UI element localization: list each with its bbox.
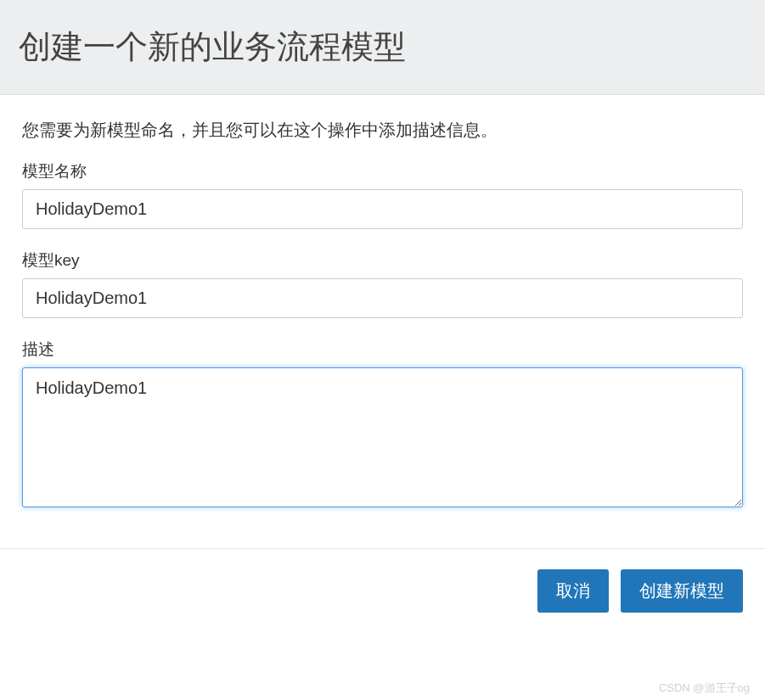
create-model-button[interactable]: 创建新模型 — [621, 569, 743, 613]
model-name-input[interactable] — [22, 189, 743, 229]
modal-title: 创建一个新的业务流程模型 — [19, 25, 746, 69]
modal-header: 创建一个新的业务流程模型 — [0, 0, 765, 95]
form-group-key: 模型key — [22, 249, 743, 318]
description-label: 描述 — [22, 339, 743, 361]
modal-body: 您需要为新模型命名，并且您可以在这个操作中添加描述信息。 模型名称 模型key … — [0, 95, 765, 548]
form-group-description: 描述 HolidayDemo1 — [22, 339, 743, 511]
model-key-label: 模型key — [22, 249, 743, 272]
form-group-name: 模型名称 — [22, 160, 743, 229]
intro-text: 您需要为新模型命名，并且您可以在这个操作中添加描述信息。 — [22, 119, 743, 142]
cancel-button[interactable]: 取消 — [537, 569, 609, 613]
description-textarea[interactable]: HolidayDemo1 — [22, 367, 743, 507]
model-name-label: 模型名称 — [22, 160, 743, 182]
watermark-text: CSDN @游王子og — [659, 680, 750, 696]
modal-footer: 取消 创建新模型 — [0, 548, 765, 633]
model-key-input[interactable] — [22, 278, 743, 318]
